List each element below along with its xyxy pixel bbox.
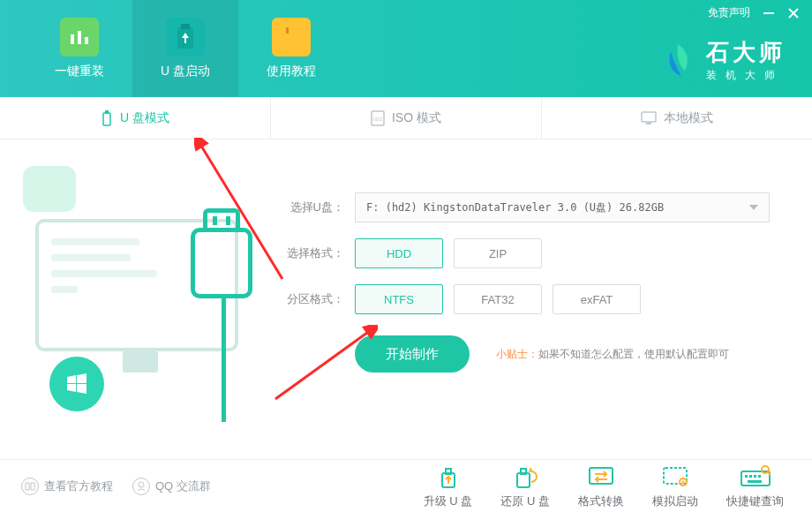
keyboard-icon (739, 463, 772, 490)
windows-badge-icon (49, 357, 104, 411)
restore-usb-icon (508, 463, 542, 490)
svg-rect-4 (181, 24, 190, 29)
config-form: 选择U盘： F: (hd2) KingstonDataTraveler 3.0 … (265, 139, 812, 459)
svg-rect-27 (754, 475, 756, 478)
official-tutorial-link[interactable]: 查看官方教程 (21, 478, 113, 495)
illustration (0, 139, 265, 459)
link-label: 查看官方教程 (44, 478, 113, 494)
partition-opt-ntfs[interactable]: NTFS (355, 284, 443, 314)
chevron-down-icon (749, 205, 758, 210)
svg-rect-0 (71, 34, 74, 44)
usb-boot-icon (166, 18, 205, 56)
action-label: 还原 U 盘 (500, 493, 550, 509)
mode-iso[interactable]: ISO ISO 模式 (271, 97, 542, 139)
reinstall-icon (60, 18, 99, 56)
disclaimer-link[interactable]: 免责声明 (708, 5, 750, 20)
svg-rect-28 (758, 475, 761, 478)
main-content: 选择U盘： F: (hd2) KingstonDataTraveler 3.0 … (0, 139, 812, 459)
close-button[interactable] (787, 7, 800, 19)
format-opt-zip[interactable]: ZIP (454, 238, 542, 268)
simulate-boot-icon (658, 463, 692, 490)
action-label: 升级 U 盘 (424, 493, 473, 509)
link-label: QQ 交流群 (155, 478, 211, 494)
svg-rect-6 (286, 27, 289, 34)
book-icon (21, 478, 39, 495)
svg-rect-12 (642, 112, 656, 122)
svg-rect-7 (763, 12, 774, 14)
qq-icon (132, 478, 150, 495)
mode-local[interactable]: 本地模式 (542, 97, 812, 139)
udisk-value: F: (hd2) KingstonDataTraveler 3.0 (U盘) 2… (366, 200, 664, 215)
svg-rect-18 (446, 469, 451, 474)
svg-rect-26 (749, 475, 752, 478)
tab-tutorial[interactable]: 使用教程 (238, 0, 344, 97)
format-convert-icon (584, 463, 618, 490)
svg-rect-8 (103, 113, 110, 125)
udisk-label: 选择U盘： (282, 200, 344, 215)
upgrade-usb-icon (432, 463, 465, 490)
svg-rect-9 (105, 110, 109, 114)
tutorial-icon (272, 18, 311, 56)
mode-label: ISO 模式 (392, 110, 441, 126)
action-label: 快捷键查询 (726, 493, 784, 509)
iso-icon: ISO (371, 110, 385, 126)
udisk-select[interactable]: F: (hd2) KingstonDataTraveler 3.0 (U盘) 2… (355, 192, 770, 222)
action-simulate-boot[interactable]: 模拟启动 (652, 463, 698, 509)
action-shortcut-query[interactable]: 快捷键查询 (726, 463, 784, 509)
svg-text:ISO: ISO (373, 117, 383, 122)
action-format-convert[interactable]: 格式转换 (578, 463, 624, 509)
tip-label: 小贴士： (496, 348, 538, 360)
action-upgrade-usb[interactable]: 升级 U 盘 (424, 463, 473, 509)
brand: 石大师 装机大师 (658, 37, 786, 83)
mode-label: U 盘模式 (120, 110, 169, 126)
svg-rect-2 (85, 37, 88, 44)
mode-usb[interactable]: U 盘模式 (0, 97, 271, 139)
svg-rect-29 (748, 480, 762, 483)
bottom-bar: 查看官方教程 QQ 交流群 升级 U 盘 还原 U 盘 格式转换 模拟启动 快捷… (0, 459, 812, 512)
format-label: 选择格式： (282, 245, 344, 261)
tab-reinstall[interactable]: 一键重装 (26, 0, 132, 97)
partition-opt-fat32[interactable]: FAT32 (454, 284, 542, 314)
monitor-icon (641, 111, 657, 125)
svg-rect-13 (646, 123, 651, 124)
usb-icon (101, 110, 113, 126)
action-label: 模拟启动 (652, 493, 698, 509)
brand-logo-icon (658, 41, 697, 79)
qq-group-link[interactable]: QQ 交流群 (132, 478, 211, 495)
action-label: 格式转换 (578, 493, 624, 509)
header: 一键重装 U 盘启动 使用教程 免责声明 石大师 装机大师 (0, 0, 812, 97)
partition-opt-exfat[interactable]: exFAT (553, 284, 641, 314)
partition-label: 分区格式： (282, 291, 344, 307)
svg-rect-20 (521, 469, 526, 474)
header-tabs: 一键重装 U 盘启动 使用教程 (0, 0, 344, 97)
svg-rect-21 (590, 468, 613, 484)
minimize-button[interactable] (763, 7, 775, 19)
svg-rect-5 (282, 26, 300, 48)
action-restore-usb[interactable]: 还原 U 盘 (500, 463, 550, 509)
tab-label: 使用教程 (267, 64, 316, 79)
start-make-button[interactable]: 开始制作 (355, 335, 470, 373)
svg-point-16 (139, 482, 144, 487)
brand-subtitle: 装机大师 (706, 68, 786, 83)
tab-label: 一键重装 (55, 64, 104, 79)
mode-label: 本地模式 (664, 110, 713, 126)
format-opt-hdd[interactable]: HDD (355, 238, 443, 268)
bottom-actions: 升级 U 盘 还原 U 盘 格式转换 模拟启动 快捷键查询 (424, 463, 784, 509)
svg-rect-25 (745, 475, 748, 478)
tip-text: 小贴士：如果不知道怎么配置，使用默认配置即可 (496, 347, 729, 362)
header-right: 免责声明 (708, 5, 800, 20)
tab-usb-boot[interactable]: U 盘启动 (132, 0, 238, 97)
tab-label: U 盘启动 (161, 64, 210, 79)
svg-rect-1 (78, 31, 81, 44)
svg-rect-19 (517, 473, 530, 487)
mode-tabs: U 盘模式 ISO ISO 模式 本地模式 (0, 97, 812, 139)
brand-title: 石大师 (706, 37, 786, 68)
